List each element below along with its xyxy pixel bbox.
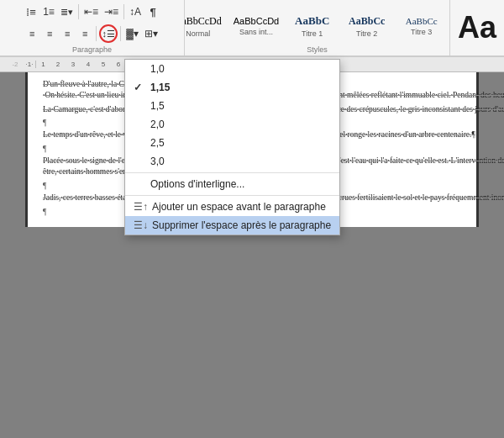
show-para-icon: ¶ [150, 6, 155, 18]
paragraph-label: Paragraphe [72, 45, 112, 54]
align-left-icon: ≡ [29, 29, 34, 39]
separator2 [123, 4, 124, 19]
spacing-2-5-label: 2,5 [150, 137, 331, 149]
spacing-1-5-label: 1,5 [150, 100, 331, 112]
bullets-button[interactable]: ⁞≡ [23, 3, 39, 20]
spacing-1-0-label: 1,0 [150, 63, 331, 75]
justify-icon: ≡ [82, 29, 87, 39]
separator3 [96, 26, 97, 41]
line-spacing-icon: ↕☰ [102, 29, 115, 40]
decrease-indent-button[interactable]: ⇤≡ [81, 3, 101, 20]
style-titre3-preview: AaBbCc [406, 16, 438, 26]
style-titre2-preview: AaBbCc [349, 15, 385, 28]
decrease-indent-icon: ⇤≡ [84, 6, 98, 18]
style-titre2-box[interactable]: AaBbCc Titre 2 [339, 2, 394, 45]
borders-button[interactable]: ⊞▾ [142, 25, 160, 42]
sort-icon: ↕A [129, 6, 141, 18]
align-right-button[interactable]: ≡ [59, 25, 76, 42]
multilevel-list-button[interactable]: ≣▾ [58, 3, 76, 20]
big-a-section: Aa [449, 0, 504, 55]
paragraph-section: ⁞≡ 1≡ ≣▾ ⇤≡ ⇥≡ [0, 0, 185, 55]
dropdown-divider-2 [125, 195, 339, 196]
style-normal-label: Normal [186, 29, 210, 38]
style-titre1-preview: AaBbC [295, 14, 329, 28]
spacing-1-15-label: 1,15 [150, 82, 331, 93]
numbered-list-icon: 1≡ [43, 6, 55, 18]
spacing-2-0-label: 2,0 [150, 119, 331, 130]
ribbon: ⁞≡ 1≡ ≣▾ ⇤≡ ⇥≡ [0, 0, 504, 57]
separator4 [120, 26, 121, 41]
dropdown-divider-1 [125, 172, 339, 173]
line-spacing-wrapper: ↕☰ [99, 24, 118, 43]
remove-after-icon: ☰↓ [134, 219, 152, 231]
styles-label: Styles [307, 45, 328, 54]
style-titre1-box[interactable]: AaBbC Titre 1 [285, 2, 339, 45]
dropdown-remove-after[interactable]: ☰↓ Supprimer l'espace après le paragraph… [125, 216, 339, 235]
add-before-icon: ☰↑ [134, 201, 152, 213]
style-normal-preview: AaBbCcDd [185, 15, 222, 28]
increase-indent-icon: ⇥≡ [104, 6, 118, 18]
align-left-button[interactable]: ≡ [24, 25, 40, 42]
dropdown-add-before[interactable]: ☰↑ Ajouter un espace avant le paragraphe [125, 198, 339, 216]
para3-mark: ¶ [471, 130, 475, 139]
add-before-label: Ajouter un espace avant le paragraphe [152, 201, 331, 213]
remove-after-label: Supprimer l'espace après le paragraphe [152, 219, 331, 231]
dropdown-options-interligne[interactable]: Options d'interligne... [125, 175, 339, 193]
dropdown-item-1-15[interactable]: ✓ 1,15 [125, 78, 339, 97]
numbered-list-button[interactable]: 1≡ [40, 3, 57, 20]
style-titre3-box[interactable]: AaBbCc Titre 3 [394, 2, 449, 45]
style-sans-preview: AaBbCcDd [234, 16, 279, 26]
big-a-button[interactable]: Aa [455, 13, 499, 43]
align-buttons: ≡ ≡ ≡ ≡ [24, 24, 160, 43]
style-normal-box[interactable]: AaBbCcDd Normal [185, 2, 228, 45]
dropdown-item-3-0[interactable]: 3,0 [125, 152, 339, 171]
styles-section: AaBbCcDd Normal AaBbCcDd Sans int... AaB… [185, 0, 449, 55]
align-center-button[interactable]: ≡ [41, 25, 58, 42]
shading-button[interactable]: ▓▾ [123, 25, 141, 42]
separator1 [78, 4, 79, 19]
shading-icon: ▓▾ [126, 28, 139, 40]
style-titre2-label: Titre 2 [356, 29, 377, 38]
align-right-icon: ≡ [65, 29, 70, 39]
style-sans-box[interactable]: AaBbCcDd Sans int... [228, 2, 285, 45]
style-sans-label: Sans int... [239, 28, 273, 36]
align-center-icon: ≡ [47, 29, 52, 39]
style-titre3-label: Titre 3 [411, 28, 432, 36]
justify-button[interactable]: ≡ [76, 25, 93, 42]
multilevel-list-icon: ≣▾ [60, 7, 73, 18]
dropdown-item-1-5[interactable]: 1,5 [125, 97, 339, 115]
increase-indent-button[interactable]: ⇥≡ [102, 3, 121, 20]
dropdown-item-2-0[interactable]: 2,0 [125, 115, 339, 134]
dropdown-item-1-0[interactable]: 1,0 [125, 60, 339, 78]
spacing-3-0-label: 3,0 [150, 156, 331, 167]
style-titre1-label: Titre 1 [302, 29, 323, 38]
borders-icon: ⊞▾ [144, 28, 158, 40]
list-buttons: ⁞≡ 1≡ ≣▾ ⇤≡ ⇥≡ [23, 3, 161, 20]
line-spacing-dropdown: 1,0 ✓ 1,15 1,5 2,0 2,5 3,0 Options d'int… [124, 59, 340, 235]
line-spacing-button[interactable]: ↕☰ [99, 24, 118, 43]
app-window: ⁞≡ 1≡ ≣▾ ⇤≡ ⇥≡ [0, 0, 504, 438]
check-1-15: ✓ [134, 82, 150, 93]
sort-button[interactable]: ↕A [127, 3, 144, 20]
dropdown-item-2-5[interactable]: 2,5 [125, 134, 339, 152]
options-interligne-label: Options d'interligne... [150, 178, 331, 190]
bullets-icon: ⁞≡ [26, 6, 36, 18]
show-para-button[interactable]: ¶ [144, 3, 161, 20]
